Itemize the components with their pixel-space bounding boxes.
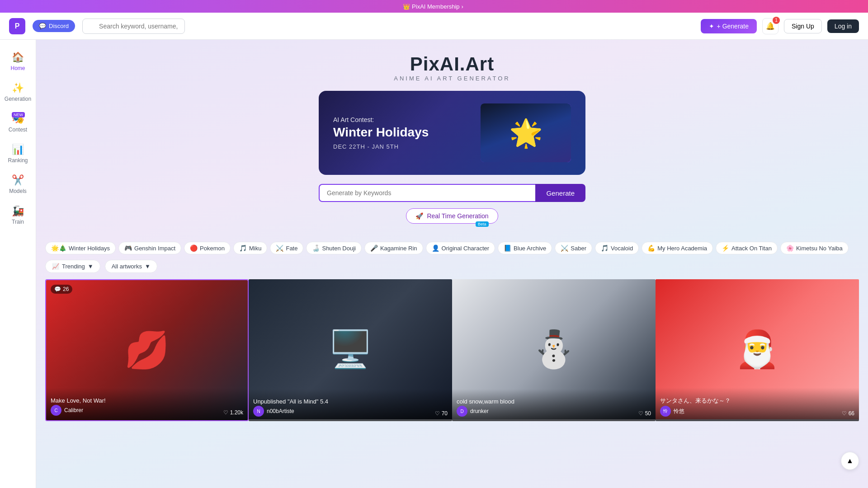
tag-blue-archive[interactable]: 📘 Blue Archive — [498, 242, 552, 254]
real-time-generation-button[interactable]: 🚀 Real Time Generation Beta — [406, 208, 498, 224]
contest-label: AI Art Contest: — [333, 116, 429, 123]
tag-winter-holidays[interactable]: 🌟🎄 Winter Holidays — [45, 242, 116, 254]
all-artworks-chevron: ▼ — [145, 263, 151, 270]
tag-label-7: Original Character — [442, 245, 490, 252]
author-name-0: Calibrer — [64, 407, 83, 413]
trending-filter-button[interactable]: 📈 Trending ▼ — [45, 260, 100, 273]
sign-up-button[interactable]: Sign Up — [784, 19, 822, 33]
art-card-author-1: N n00bArtiste — [253, 406, 328, 417]
art-card-2[interactable]: ⛄ cold snow,warm blood D drunker ♡ 50 — [452, 279, 656, 421]
tag-fate[interactable]: ⚔️ Fate — [270, 242, 303, 254]
discord-label: Discord — [49, 23, 69, 29]
sidebar-label-contest: Contest — [9, 127, 27, 133]
art-card-info-3: サンタさん、来るかな～？ 怜 怜悠 — [660, 397, 731, 417]
contest-title: Winter Holidays — [333, 125, 429, 140]
all-artworks-label: All artworks — [112, 263, 142, 270]
tag-miku[interactable]: 🎵 Miku — [233, 242, 267, 254]
scroll-up-button[interactable]: ▲ — [841, 452, 859, 470]
chevron-up-icon: ▲ — [846, 457, 854, 465]
search-input[interactable] — [82, 19, 185, 34]
main-layout: 🏠 Home ✨ Generation 🎭 NEW Contest 📊 Rank… — [0, 40, 868, 488]
comment-icon-0: 💬 — [54, 286, 61, 292]
generate-section: Generate — [319, 184, 585, 202]
sidebar-item-generation[interactable]: ✨ Generation — [3, 78, 33, 107]
top-banner[interactable]: 👑 PixAI Membership › — [0, 0, 868, 13]
art-likes-3: ♡ 66 — [842, 410, 854, 417]
tag-shuten-douji[interactable]: 🍶 Shuten Douji — [306, 242, 361, 254]
art-card-info-2: cold snow,warm blood D drunker — [457, 398, 514, 417]
author-avatar-2: D — [457, 406, 467, 417]
all-artworks-filter-button[interactable]: All artworks ▼ — [105, 260, 157, 273]
sidebar-label-ranking: Ranking — [8, 157, 28, 164]
contest-new-badge: NEW — [12, 112, 25, 117]
banner-arrow: › — [462, 3, 463, 10]
tag-label-9: Saber — [571, 245, 586, 252]
art-card-1[interactable]: 🖥️ Unpublished "All is Mind" 5.4 N n00bA… — [249, 279, 452, 421]
generate-input[interactable] — [319, 184, 535, 202]
sidebar-item-contest[interactable]: 🎭 NEW Contest — [3, 108, 33, 137]
logo-text: P — [15, 22, 20, 30]
sidebar-item-train[interactable]: 🚂 Train — [3, 201, 33, 230]
rocket-icon: 🚀 — [415, 212, 423, 220]
filter-row: 📈 Trending ▼ All artworks ▼ — [36, 260, 868, 279]
art-card-3[interactable]: 🎅 サンタさん、来るかな～？ 怜 怜悠 ♡ 66 — [656, 279, 859, 421]
sidebar-label-home: Home — [10, 65, 25, 71]
hero-section: PixAI.Art ANIME AI ART GENERATOR AI Art … — [36, 40, 868, 242]
tag-genshin-impact[interactable]: 🎮 Genshin Impact — [118, 242, 181, 254]
author-name-2: drunker — [470, 408, 489, 414]
tag-emoji-5: 🍶 — [312, 244, 320, 252]
heart-icon-0: ♡ — [223, 409, 228, 416]
contest-icon-wrap: 🎭 NEW — [12, 113, 24, 125]
tag-my-hero-academia[interactable]: 💪 My Hero Academia — [642, 242, 713, 254]
author-name-1: n00bArtiste — [267, 408, 294, 414]
comment-number-0: 26 — [63, 286, 69, 292]
discord-button[interactable]: 💬 Discord — [33, 20, 75, 32]
tag-pokemon[interactable]: 🔴 Pokemon — [184, 242, 231, 254]
tag-label-6: Kagamine Rin — [380, 245, 417, 252]
trending-label: Trending — [62, 263, 85, 270]
tag-label-13: Kimetsu No Yaiba — [796, 245, 843, 252]
header-right: ✦ + Generate 🔔 1 Sign Up Log in — [701, 18, 859, 34]
tag-kimetsu-no-yaiba[interactable]: 🌸 Kimetsu No Yaiba — [780, 242, 849, 254]
notification-button[interactable]: 🔔 1 — [762, 18, 778, 34]
tag-emoji-1: 🎮 — [124, 244, 132, 252]
header: P 💬 Discord 🔍 ✦ + Generate 🔔 1 Sign Up L… — [0, 13, 868, 40]
art-card-footer-3: サンタさん、来るかな～？ 怜 怜悠 ♡ 66 — [656, 388, 859, 421]
sidebar-label-generation: Generation — [5, 96, 31, 102]
heart-icon-3: ♡ — [842, 410, 847, 417]
header-generate-button[interactable]: ✦ + Generate — [701, 19, 757, 33]
ranking-icon: 📊 — [12, 144, 24, 155]
logo-button[interactable]: P — [9, 18, 25, 34]
train-icon: 🚂 — [12, 205, 24, 217]
tag-emoji-2: 🔴 — [190, 244, 198, 252]
art-grid: 💋 💬 26 Make Love, Not War! C Calibrer — [36, 279, 868, 421]
tag-label-4: Fate — [286, 245, 297, 252]
tag-label-0: Winter Holidays — [69, 245, 110, 252]
tag-emoji-11: 💪 — [647, 244, 655, 252]
tag-kagamine-rin[interactable]: 🎤 Kagamine Rin — [364, 242, 423, 254]
tag-emoji-9: ⚔️ — [561, 244, 568, 252]
likes-count-0: 1.20k — [230, 409, 243, 416]
generate-main-button[interactable]: Generate — [535, 184, 585, 202]
sidebar-item-ranking[interactable]: 📊 Ranking — [3, 139, 33, 168]
art-card-footer-2: cold snow,warm blood D drunker ♡ 50 — [452, 389, 656, 421]
tag-saber[interactable]: ⚔️ Saber — [555, 242, 592, 254]
content-area: PixAI.Art ANIME AI ART GENERATOR AI Art … — [36, 40, 868, 488]
home-icon: 🏠 — [12, 52, 24, 63]
tag-emoji-13: 🌸 — [786, 244, 794, 252]
tag-original-character[interactable]: 👤 Original Character — [426, 242, 495, 254]
tag-vocaloid[interactable]: 🎵 Vocaloid — [595, 242, 639, 254]
beta-badge: Beta — [476, 221, 489, 227]
banner-text: PixAI Membership — [412, 3, 459, 10]
heart-icon-2: ♡ — [638, 410, 643, 417]
contest-banner[interactable]: AI Art Contest: Winter Holidays DEC 22TH… — [319, 91, 585, 175]
art-likes-1: ♡ 70 — [435, 410, 448, 417]
log-in-button[interactable]: Log in — [827, 19, 859, 33]
notification-badge: 1 — [773, 17, 780, 24]
tag-attack-on-titan[interactable]: ⚡ Attack On Titan — [716, 242, 778, 254]
art-card-footer-0: Make Love, Not War! C Calibrer ♡ 1.20k — [46, 388, 248, 420]
sidebar-item-models[interactable]: ✂️ Models — [3, 170, 33, 199]
sidebar-item-home[interactable]: 🏠 Home — [3, 47, 33, 76]
author-avatar-3: 怜 — [660, 406, 671, 417]
art-card-0[interactable]: 💋 💬 26 Make Love, Not War! C Calibrer — [45, 279, 249, 421]
